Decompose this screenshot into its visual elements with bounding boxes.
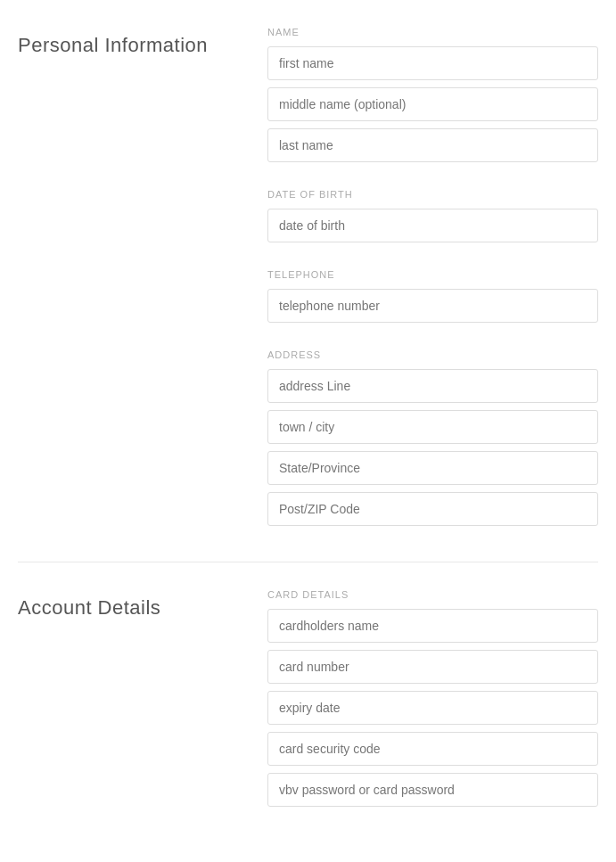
town-city-input[interactable]	[267, 410, 598, 444]
account-details-heading: Account Details	[18, 596, 267, 620]
personal-information-section: Personal Information NAME DATE OF BIRTH …	[0, 0, 616, 562]
state-province-input[interactable]	[267, 451, 598, 485]
cardholders-name-input[interactable]	[267, 609, 598, 643]
account-details-content: CARD DETAILS	[267, 589, 598, 807]
personal-information-content: NAME DATE OF BIRTH TELEPHONE ADDRESS	[267, 27, 598, 526]
first-name-input[interactable]	[267, 46, 598, 80]
card-number-input[interactable]	[267, 650, 598, 684]
dob-input[interactable]	[267, 209, 598, 242]
name-label: NAME	[267, 27, 598, 37]
card-security-code-input[interactable]	[267, 732, 598, 766]
address-label: ADDRESS	[267, 349, 598, 360]
personal-information-title-area: Personal Information	[18, 27, 267, 526]
telephone-input[interactable]	[267, 289, 598, 323]
vbv-password-input[interactable]	[267, 773, 598, 807]
card-details-field-group: CARD DETAILS	[267, 589, 598, 807]
dob-field-group: DATE OF BIRTH	[267, 189, 598, 242]
middle-name-input[interactable]	[267, 87, 598, 121]
account-details-title-area: Account Details	[18, 589, 267, 807]
last-name-input[interactable]	[267, 128, 598, 162]
expiry-date-input[interactable]	[267, 691, 598, 725]
account-details-section: Account Details CARD DETAILS	[0, 562, 616, 842]
telephone-label: TELEPHONE	[267, 269, 598, 280]
address-field-group: ADDRESS	[267, 349, 598, 526]
address-line-input[interactable]	[267, 369, 598, 403]
dob-label: DATE OF BIRTH	[267, 189, 598, 200]
postzip-input[interactable]	[267, 492, 598, 526]
card-details-label: CARD DETAILS	[267, 589, 598, 600]
personal-information-heading: Personal Information	[18, 34, 267, 57]
telephone-field-group: TELEPHONE	[267, 269, 598, 323]
name-field-group: NAME	[267, 27, 598, 162]
